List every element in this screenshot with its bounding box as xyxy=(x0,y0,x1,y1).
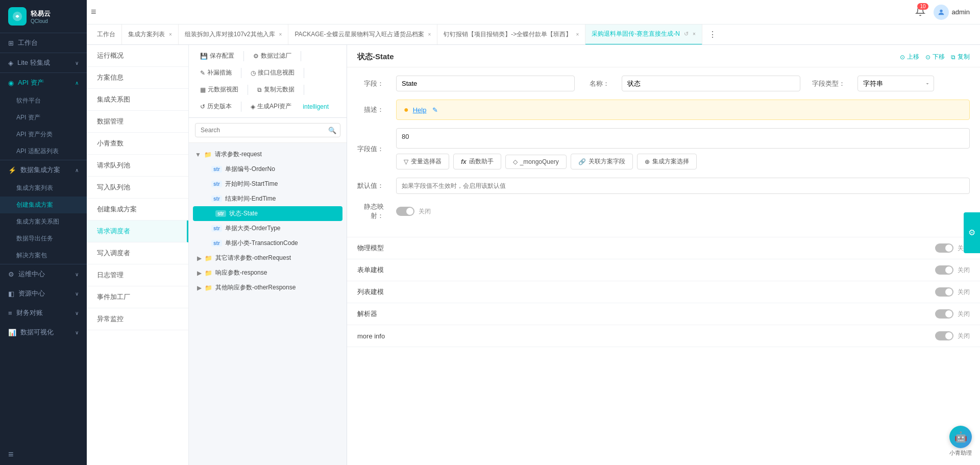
tree-node-response[interactable]: ▶ 📁 响应参数-response xyxy=(189,265,347,280)
parser-toggle[interactable] xyxy=(935,309,953,319)
tab-workbench[interactable]: 工作台 xyxy=(91,25,122,45)
static-map-toggle[interactable] xyxy=(396,207,414,216)
sidebar-sub-data-export[interactable]: 数据导出任务 xyxy=(0,230,87,247)
left-nav-request-debugger[interactable]: 请求调度者 xyxy=(87,221,188,242)
section-more-info[interactable]: more info 关闭 xyxy=(347,325,980,347)
detail-copy-button[interactable]: ⧉ 复制 xyxy=(951,53,970,61)
left-nav-write-debugger[interactable]: 写入调度者 xyxy=(87,242,188,264)
left-nav-exception-monitor[interactable]: 异常监控 xyxy=(87,308,188,330)
sidebar-sub-api-adaptor[interactable]: API 适配器列表 xyxy=(0,143,87,160)
search-input[interactable] xyxy=(195,123,340,137)
tree-node-end-time[interactable]: str 结束时间-EndTime xyxy=(189,191,347,206)
tab-close-nailpay[interactable]: × xyxy=(576,32,579,37)
interface-view-button[interactable]: ◷ 接口信息视图 xyxy=(246,66,300,80)
left-nav-create-solution[interactable]: 创建集成方案 xyxy=(87,199,188,221)
tree-node-transaction-code[interactable]: str 单据小类-TransactionCode xyxy=(189,236,347,251)
sidebar-item-api[interactable]: ◉ API 资产 ∧ xyxy=(0,73,87,92)
up-button[interactable]: ⊙ 上移 xyxy=(900,53,919,61)
tabs-more-menu[interactable]: ⋮ xyxy=(702,30,723,39)
tab-package[interactable]: PACKAGE-全蝶云星展物料写入旺占通货品档案 × xyxy=(288,25,437,45)
sidebar-sub-solution-list[interactable]: 集成方案列表 xyxy=(0,180,87,197)
type-select[interactable]: 字符串 整数 浮点数 布尔 xyxy=(857,76,934,91)
tab-close-package[interactable]: × xyxy=(428,32,431,37)
sidebar-item-ops[interactable]: ⚙ 运维中心 ∨ xyxy=(0,264,87,284)
gear-button[interactable]: ⚙ xyxy=(964,212,980,253)
tab-purchase[interactable]: 采购退料单固传-赛意直接生成-N ↺ × xyxy=(585,25,702,45)
tree-node-state[interactable]: str 状态-State xyxy=(193,206,342,221)
sidebar-item-dataviz[interactable]: 📊 数据可视化 ∨ xyxy=(0,323,87,342)
default-val-input[interactable] xyxy=(396,178,970,194)
sidebar-sub-solution-map[interactable]: 集成方案关系图 xyxy=(0,213,87,230)
left-nav-solution-info[interactable]: 方案信息 xyxy=(87,67,188,89)
tab-nailpay[interactable]: 钉钉报销【项目报销类】->全蝶付款单【班西】 × xyxy=(437,25,585,45)
tab-close-unpack[interactable]: × xyxy=(279,32,282,37)
tab-unpack[interactable]: 组装拆卸入库对接107v2其他入库 × xyxy=(179,25,289,45)
solution-select-button[interactable]: ⊕ 集成方案选择 xyxy=(637,154,697,169)
hamburger-icon[interactable]: ≡ xyxy=(91,7,96,17)
repair-button[interactable]: ✎ 补漏措施 xyxy=(195,66,237,80)
api-assets-button[interactable]: ◈ 生成API资产 xyxy=(246,100,297,113)
sidebar-bottom-menu[interactable]: ≡ xyxy=(0,444,87,465)
sidebar-item-workbench[interactable]: ⊞ 工作台 xyxy=(0,33,87,53)
sidebar-sub-solution-pkg[interactable]: 解决方案包 xyxy=(0,247,87,264)
tree-node-other-response[interactable]: ▶ 📁 其他响应参数-otherResponse xyxy=(189,280,347,295)
tab-close-solution-list[interactable]: × xyxy=(169,32,172,37)
tree-node-order-type[interactable]: str 单据大类-OrderType xyxy=(189,221,347,236)
data-filter-button[interactable]: ⚙ 数据过滤厂 xyxy=(248,49,297,63)
help-edit-icon[interactable]: ✎ xyxy=(432,106,438,114)
tree-node-order-no[interactable]: str 单据编号-OrderNo xyxy=(189,162,347,177)
left-nav-log-management[interactable]: 日志管理 xyxy=(87,264,188,286)
sidebar: 轻易云 QCloud ⊞ 工作台 ◈ Lite 轻集成 ∨ ◉ API 资产 ∧… xyxy=(0,0,87,465)
left-nav-write-queue[interactable]: 写入队列池 xyxy=(87,177,188,199)
sidebar-item-finance[interactable]: ≡ 财务对账 ∨ xyxy=(0,303,87,323)
user-info[interactable]: admin xyxy=(934,5,970,20)
fx-helper-button[interactable]: fx 函数助手 xyxy=(453,154,501,169)
left-nav-integration-map[interactable]: 集成关系图 xyxy=(87,89,188,111)
left-nav-data-management[interactable]: 数据管理 xyxy=(87,111,188,133)
toggle-thumb-parser xyxy=(945,310,952,317)
tree-node-request-params[interactable]: ▼ 📁 请求参数-request xyxy=(189,147,347,162)
sidebar-item-resources[interactable]: ◧ 资源中心 ∨ xyxy=(0,284,87,303)
var-selector-button[interactable]: ▽ 变量选择器 xyxy=(396,154,449,169)
left-nav-xiao-qing[interactable]: 小青查数 xyxy=(87,133,188,155)
name-label: 名称： xyxy=(583,79,614,88)
sidebar-item-lite[interactable]: ◈ Lite 轻集成 ∨ xyxy=(0,53,87,72)
save-config-button[interactable]: 💾 保存配置 xyxy=(195,49,239,63)
xiao-qing-assistant[interactable]: 🤖 小青助理 xyxy=(949,426,972,457)
sidebar-item-data-solution[interactable]: ⚡ 数据集成方案 ∧ xyxy=(0,160,87,180)
left-nav-overview[interactable]: 运行概况 xyxy=(87,45,188,67)
physical-model-label: 物理模型 xyxy=(357,243,384,253)
name-input[interactable] xyxy=(622,76,800,91)
copy-meta-button[interactable]: ⧉ 复制元数据 xyxy=(252,83,300,96)
section-list-model[interactable]: 列表建模 关闭 xyxy=(347,281,980,303)
help-link[interactable]: Help xyxy=(413,106,427,114)
section-parser[interactable]: 解析器 关闭 xyxy=(347,303,980,325)
sidebar-sub-api-category[interactable]: API 资产分类 xyxy=(0,126,87,143)
tree-node-other-request[interactable]: ▶ 📁 其它请求参数-otherRequest xyxy=(189,251,347,265)
tab-close-purchase[interactable]: × xyxy=(693,31,696,37)
down-button[interactable]: ⊙ 下移 xyxy=(925,53,945,61)
intelligent-link[interactable]: intelligent xyxy=(303,103,329,110)
history-button[interactable]: ↺ 历史版本 xyxy=(195,100,237,113)
left-nav-request-queue[interactable]: 请求队列池 xyxy=(87,155,188,177)
meta-view-button[interactable]: ▦ 元数据视图 xyxy=(195,83,243,96)
left-nav-event-factory[interactable]: 事件加工厂 xyxy=(87,286,188,308)
tab-solution-list[interactable]: 集成方案列表 × xyxy=(122,25,179,45)
section-form-model[interactable]: 表单建模 关闭 xyxy=(347,259,980,281)
tab-refresh-purchase[interactable]: ↺ xyxy=(684,31,689,37)
list-model-toggle[interactable] xyxy=(935,287,953,297)
related-field-button[interactable]: 🔗 关联方案字段 xyxy=(571,154,633,169)
section-physical-model[interactable]: 物理模型 关闭 xyxy=(347,237,980,259)
notification-bell[interactable]: 10 xyxy=(915,6,925,18)
tree-node-start-time[interactable]: str 开始时间-StartTime xyxy=(189,177,347,191)
form-model-toggle[interactable] xyxy=(935,265,953,275)
more-info-toggle[interactable] xyxy=(935,331,953,340)
sidebar-sub-api-assets[interactable]: API 资产 xyxy=(0,109,87,126)
physical-model-toggle[interactable] xyxy=(935,243,953,253)
sidebar-sub-create-solution[interactable]: 创建集成方案 xyxy=(0,197,87,213)
mongo-query-button[interactable]: ◇ _mongoQuery xyxy=(505,155,567,169)
toolbar-divider-7 xyxy=(241,102,241,112)
sidebar-sub-software-platform[interactable]: 软件平台 xyxy=(0,92,87,109)
field-input[interactable] xyxy=(396,76,575,91)
field-value-box[interactable]: 80 xyxy=(396,128,970,149)
